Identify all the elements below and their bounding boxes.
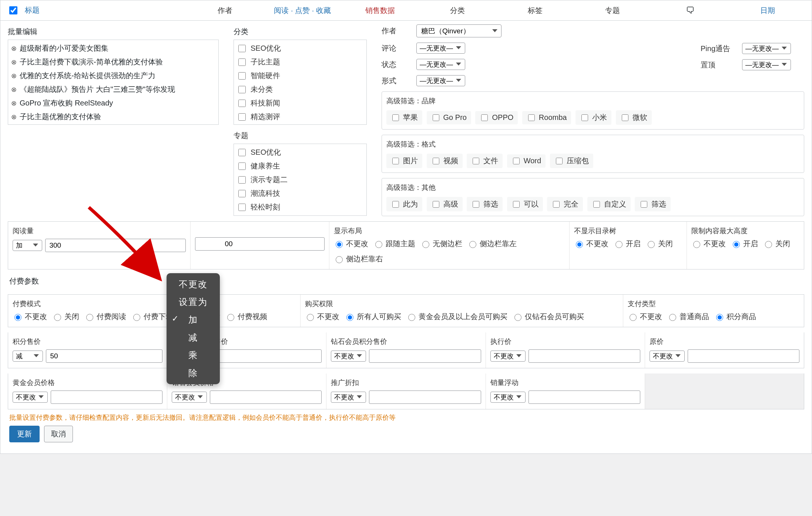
exec-op-select[interactable]: 不更改	[490, 351, 526, 362]
paymode-radio[interactable]	[133, 314, 140, 321]
posts-listbox[interactable]: ⊗超级耐看的小可爱美女图集 ⊗子比主题付费下载演示-简单优雅的支付体验 ⊗优雅的…	[8, 40, 219, 125]
height-radio[interactable]	[765, 241, 772, 248]
post-item[interactable]: ⊗iPhone XR上手：亮丽外观下却有一颗质朴的心	[10, 124, 216, 125]
other-checkbox[interactable]	[513, 201, 520, 208]
other-checkbox[interactable]	[641, 201, 647, 208]
secondary-input[interactable]	[195, 237, 325, 251]
topics-listbox[interactable]: SEO优化 健康养生 演示专题二 潮流科技 轻松时刻	[234, 144, 367, 216]
col-category[interactable]: 分类	[419, 6, 496, 16]
view-op-select[interactable]: 加	[13, 240, 42, 251]
post-item[interactable]: ⊗优雅的支付系统-给站长提供强劲的生产力	[10, 69, 216, 83]
fmt-checkbox[interactable]	[513, 158, 520, 164]
paymode-radio[interactable]	[54, 314, 61, 321]
dd-item-setto[interactable]: 设置为	[167, 293, 220, 311]
remove-icon[interactable]: ⊗	[11, 113, 17, 121]
dd-item-mul[interactable]: 乘	[167, 346, 220, 364]
brand-checkbox[interactable]	[481, 114, 488, 121]
cat-checkbox[interactable]	[238, 113, 246, 121]
paymode-radio[interactable]	[86, 314, 93, 321]
promo-op-select[interactable]: 不更改	[331, 392, 366, 403]
cat-checkbox[interactable]	[238, 72, 246, 80]
promo-input[interactable]	[369, 391, 481, 404]
topic-checkbox[interactable]	[238, 149, 246, 156]
col-comments[interactable]: 🗨	[651, 5, 729, 16]
height-radio[interactable]	[733, 241, 740, 248]
layout-radio[interactable]	[336, 241, 343, 248]
fmt-checkbox[interactable]	[556, 158, 563, 164]
status-select[interactable]: —无更改—	[416, 59, 465, 70]
col-date[interactable]: 日期	[729, 6, 807, 16]
orig-value-input[interactable]	[688, 349, 799, 363]
layout-radio[interactable]	[422, 241, 429, 248]
other-checkbox[interactable]	[433, 201, 439, 208]
payperm-radio[interactable]	[307, 314, 314, 321]
orig-op-select[interactable]: 不更改	[650, 351, 685, 362]
cat-checkbox[interactable]	[238, 58, 246, 66]
exec-value-input[interactable]	[529, 349, 640, 363]
tree-radio[interactable]	[615, 241, 623, 248]
dd-item-nochange[interactable]: 不更改	[167, 275, 220, 293]
paytype-radio[interactable]	[716, 314, 723, 321]
dd-item-add[interactable]: 加	[167, 311, 220, 329]
ping-select[interactable]: —无更改—	[742, 43, 791, 54]
points-value-input[interactable]	[46, 349, 162, 363]
paytype-radio[interactable]	[669, 314, 676, 321]
payperm-radio[interactable]	[408, 314, 415, 321]
gold-price-input[interactable]	[51, 391, 162, 404]
height-radio[interactable]	[693, 241, 700, 248]
paytype-radio[interactable]	[630, 314, 637, 321]
operation-dropdown[interactable]: 不更改 设置为 加 减 乘 除	[167, 273, 220, 384]
diamond-price-op-select[interactable]: 不更改	[172, 392, 207, 403]
select-all-checkbox[interactable]	[9, 6, 17, 14]
cat-checkbox[interactable]	[238, 100, 246, 107]
cancel-button[interactable]: 取消	[44, 426, 73, 442]
cat-checkbox[interactable]	[238, 86, 246, 93]
points-op-select[interactable]: 减	[13, 351, 43, 362]
col-title-link[interactable]: 标题	[25, 6, 40, 14]
fmt-checkbox[interactable]	[392, 158, 399, 164]
post-item[interactable]: ⊗超级耐看的小可爱美女图集	[10, 41, 216, 55]
payperm-radio[interactable]	[514, 314, 521, 321]
dd-item-div[interactable]: 除	[167, 364, 220, 382]
sales-input[interactable]	[529, 391, 640, 404]
col-sales[interactable]: 销售数据	[341, 6, 419, 16]
diamond-value-input[interactable]	[369, 349, 481, 363]
remove-icon[interactable]: ⊗	[11, 44, 17, 53]
layout-radio[interactable]	[336, 256, 343, 263]
payperm-radio[interactable]	[346, 314, 353, 321]
cat-checkbox[interactable]	[238, 45, 246, 52]
remove-icon[interactable]: ⊗	[11, 99, 17, 107]
author-select[interactable]: 糖巴（Qinver）	[416, 24, 501, 37]
tree-radio[interactable]	[648, 241, 655, 248]
other-checkbox[interactable]	[593, 201, 600, 208]
layout-radio[interactable]	[469, 241, 476, 248]
col-reads[interactable]: 阅读 · 点赞 · 收藏	[264, 6, 341, 16]
brand-checkbox[interactable]	[392, 114, 399, 121]
diamond-price-input[interactable]	[210, 391, 322, 404]
post-item[interactable]: ⊗子比主题优雅的支付体验	[10, 110, 216, 124]
comment-select[interactable]: —无更改—	[416, 43, 465, 54]
post-item[interactable]: ⊗子比主题付费下载演示-简单优雅的支付体验	[10, 55, 216, 69]
sales-op-select[interactable]: 不更改	[490, 392, 526, 403]
post-item[interactable]: ⊗GoPro 宣布收购 ReelSteady	[10, 96, 216, 110]
brand-checkbox[interactable]	[622, 114, 628, 121]
remove-icon[interactable]: ⊗	[11, 58, 17, 66]
fmt-checkbox[interactable]	[473, 158, 479, 164]
diamond-op-select[interactable]: 不更改	[331, 351, 366, 362]
other-checkbox[interactable]	[553, 201, 560, 208]
dd-item-sub[interactable]: 减	[167, 329, 220, 346]
gold-price-op-select[interactable]: 不更改	[13, 392, 48, 403]
other-checkbox[interactable]	[473, 201, 479, 208]
format-select[interactable]: —无更改—	[416, 75, 465, 86]
categories-listbox[interactable]: SEO优化 子比主题 智能硬件 未分类 科技新闻 精选测评 萌宠在线	[234, 40, 367, 125]
other-checkbox[interactable]	[392, 201, 399, 208]
brand-checkbox[interactable]	[528, 114, 535, 121]
sticky-select[interactable]: —无更改—	[742, 59, 791, 70]
topic-checkbox[interactable]	[238, 176, 246, 184]
post-item[interactable]: ⊗《超能陆战队》预告片 大白"三难三赞"等你发现	[10, 83, 216, 96]
topic-checkbox[interactable]	[238, 204, 246, 211]
col-author[interactable]: 作者	[186, 6, 264, 16]
brand-checkbox[interactable]	[581, 114, 588, 121]
layout-radio[interactable]	[375, 241, 382, 248]
view-value-input[interactable]	[45, 239, 185, 252]
